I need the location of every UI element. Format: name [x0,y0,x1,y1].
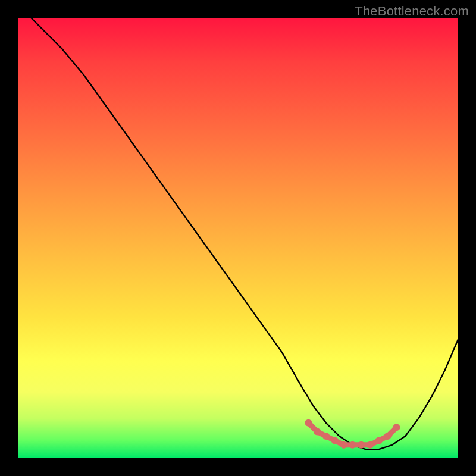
curve-line [31,18,458,449]
highlight-dot [305,419,312,427]
watermark-text: TheBottleneck.com [355,4,469,19]
highlight-dots [305,419,400,449]
chart-frame: TheBottleneck.com [0,0,476,476]
highlight-dot [340,441,347,449]
highlight-dot [322,433,330,440]
highlight-dot [314,428,321,436]
plot-area [18,18,458,458]
chart-svg [18,18,458,458]
highlight-dot [349,441,356,449]
highlight-dot [384,433,392,440]
highlight-dot [358,441,365,449]
highlight-dot [367,441,374,449]
highlight-dot [393,424,400,431]
highlight-dot [331,437,339,444]
highlight-dot [375,437,383,444]
